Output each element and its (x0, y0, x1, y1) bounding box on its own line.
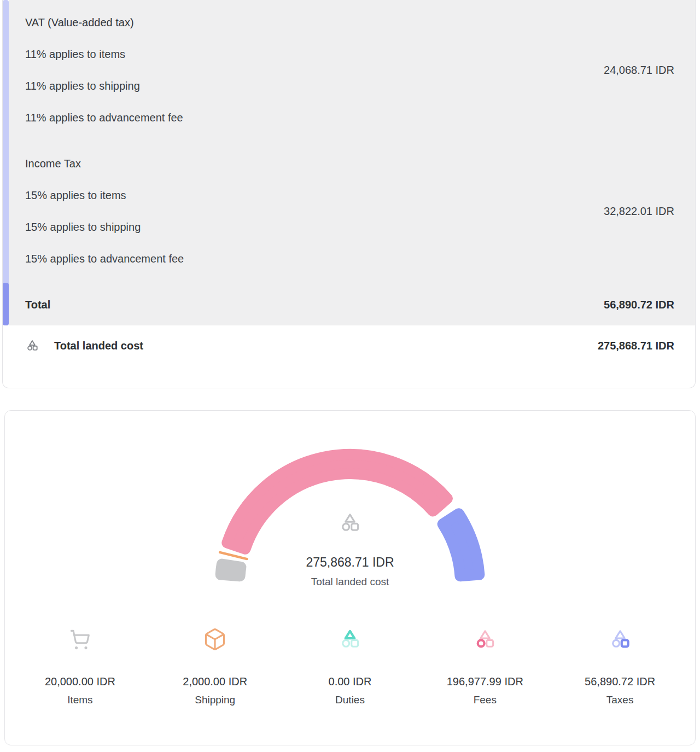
gauge-segment-items (221, 564, 241, 576)
taxes-total-row: Total 56,890.72 IDR (25, 298, 674, 312)
income-tax-row-shipping: 15% applies to shipping (25, 220, 604, 234)
shapes-triangle-icon (338, 627, 362, 651)
taxes-total-amount: 56,890.72 IDR (604, 298, 674, 312)
legend-value-items: 20,000.00 IDR (13, 675, 148, 688)
landed-cost-amount: 275,868.71 IDR (598, 340, 674, 352)
legend-label-fees: Fees (417, 694, 552, 706)
tax-summary-card: VAT (Value-added tax) 11% applies to ite… (2, 0, 696, 388)
legend-item-duties: 0.00 IDR Duties (283, 627, 418, 706)
income-tax-group: Income Tax 15% applies to items 15% appl… (25, 156, 674, 266)
income-tax-amount: 32,822.01 IDR (604, 204, 674, 218)
landed-cost-gauge (5, 411, 695, 592)
gauge-segment-taxes (443, 514, 480, 576)
landed-cost-shapes-icon (25, 339, 39, 353)
income-tax-row-items: 15% applies to items (25, 188, 604, 202)
vat-header: VAT (Value-added tax) (25, 15, 604, 30)
scrollbar-track[interactable] (3, 0, 9, 325)
legend-item-shipping: 2,000.00 IDR Shipping (148, 627, 283, 706)
total-landed-cost-row: Total landed cost 275,868.71 IDR (3, 325, 695, 353)
legend-label-duties: Duties (283, 694, 418, 706)
scrollbar-thumb[interactable] (3, 283, 9, 325)
landed-cost-chart-card: 275,868.71 IDR Total landed cost 20,000.… (4, 410, 696, 745)
taxes-total-label: Total (25, 298, 50, 312)
shapes-circle-icon (473, 627, 497, 651)
legend-item-taxes: 56,890.72 IDR Taxes (552, 627, 687, 706)
legend-label-items: Items (13, 694, 148, 706)
legend-value-fees: 196,977.99 IDR (417, 675, 552, 688)
legend-value-taxes: 56,890.72 IDR (552, 675, 687, 688)
vat-row-shipping: 11% applies to shipping (25, 79, 604, 93)
income-tax-header: Income Tax (25, 156, 604, 171)
landed-cost-label: Total landed cost (54, 340, 598, 352)
legend-item-fees: 196,977.99 IDR Fees (417, 627, 552, 706)
income-tax-row-advancement: 15% applies to advancement fee (25, 252, 604, 266)
vat-row-items: 11% applies to items (25, 47, 604, 61)
gauge-legend: 20,000.00 IDR Items 2,000.00 IDR Shippin… (5, 627, 695, 706)
shapes-square-icon (608, 627, 632, 651)
legend-item-items: 20,000.00 IDR Items (13, 627, 148, 706)
legend-label-taxes: Taxes (552, 694, 687, 706)
legend-value-duties: 0.00 IDR (283, 675, 418, 688)
legend-label-shipping: Shipping (148, 694, 283, 706)
vat-amount: 24,068.71 IDR (604, 63, 674, 77)
gauge-segment-fees (227, 454, 447, 549)
cart-icon (68, 627, 92, 651)
vat-row-advancement: 11% applies to advancement fee (25, 110, 604, 125)
package-icon (203, 627, 227, 651)
vat-group: VAT (Value-added tax) 11% applies to ite… (25, 15, 674, 125)
tax-breakdown-panel[interactable]: VAT (Value-added tax) 11% applies to ite… (9, 0, 695, 325)
legend-value-shipping: 2,000.00 IDR (148, 675, 283, 688)
